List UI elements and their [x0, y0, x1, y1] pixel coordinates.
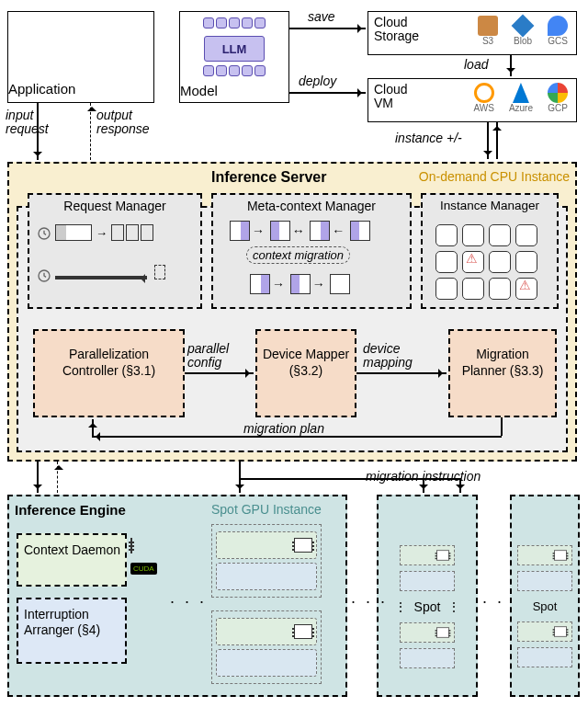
- migration-planner-label: Migration Planner (§3.3): [450, 346, 555, 379]
- spot-label-1: Spot: [414, 599, 441, 614]
- arrow-save: [289, 28, 366, 29]
- arrow-load: [510, 55, 512, 76]
- dots-internal: . . .: [170, 588, 207, 608]
- arrow-device-mapping: [356, 372, 447, 374]
- meta-context-manager-box: Meta-context Manager → ↔ ← context migra…: [211, 193, 412, 309]
- gpu-icon-1: [130, 539, 132, 553]
- cloud-vm-icons: AWS Azure GCP: [470, 83, 571, 113]
- warning-icon: [462, 251, 484, 273]
- parallelization-controller-label: Parallelization Controller (§3.1): [35, 346, 183, 379]
- app-icons: </>: [8, 21, 153, 35]
- arrow-output-response: [90, 103, 91, 160]
- gcs-icon: GCS: [548, 16, 568, 46]
- gpu-node-1: [211, 524, 322, 598]
- context-row-2: → →: [250, 274, 350, 294]
- interruption-arranger-box: Interruption Arranger (§4): [17, 598, 127, 664]
- request-manager-label: Request Manager: [29, 199, 200, 213]
- parallelization-controller-box: Parallelization Controller (§3.1): [33, 329, 185, 417]
- instance-grid: [428, 219, 545, 305]
- label-load: load: [464, 57, 488, 72]
- migration-planner-box: Migration Planner (§3.3): [448, 329, 557, 417]
- warning-icon: [515, 278, 537, 300]
- llm-top-dots: [180, 17, 288, 31]
- inference-engine-title: Inference Engine: [15, 502, 126, 518]
- llm-bot-dots: [180, 65, 288, 79]
- interruption-arranger-label: Interruption Arranger (§4): [24, 607, 125, 638]
- device-mapper-box: Device Mapper (§3.2): [255, 329, 356, 417]
- cloud-storage-box: CloudStorage S3 Blob GCS: [368, 11, 577, 55]
- arrow-migration-instr-v1: [423, 478, 424, 493]
- label-migration-plan: migration plan: [243, 421, 324, 436]
- ondemand-instance-label: On-demand CPU Instance: [419, 169, 570, 184]
- llm-block: LLM: [180, 36, 288, 62]
- s3-icon: S3: [478, 16, 498, 46]
- instance-manager-label: Instance Manager: [423, 199, 557, 212]
- label-deploy: deploy: [299, 74, 336, 88]
- instance-manager-box: Instance Manager: [421, 193, 559, 309]
- clock-icon-2: [37, 268, 51, 286]
- application-box: </> Application: [7, 11, 154, 103]
- meta-context-manager-label: Meta-context Manager: [213, 199, 410, 213]
- request-manager-box: Request Manager →: [28, 193, 202, 309]
- label-instance-pm: instance +/-: [395, 131, 462, 145]
- clock-icon-1: [37, 226, 51, 244]
- queue-row-2: [55, 265, 165, 282]
- model-box: LLM Model: [179, 11, 289, 103]
- arrow-migration-plan-v: [501, 417, 503, 436]
- model-label: Model: [180, 83, 218, 98]
- blob-icon: Blob: [513, 16, 533, 46]
- context-daemon-label: Context Daemon: [24, 542, 120, 558]
- inference-engine-spot-2: Spot: [510, 495, 580, 697]
- arrow-migration-plan-up: [92, 419, 94, 436]
- context-migration-label: context migration: [246, 246, 350, 264]
- inference-engine-spot-1: ⋮ Spot ⋮: [377, 495, 478, 697]
- gpu-node-2: [211, 610, 322, 684]
- label-save: save: [308, 9, 335, 24]
- cloud-storage-icons: S3 Blob GCS: [475, 16, 571, 46]
- context-row-1: → ↔ ←: [230, 221, 370, 241]
- label-device-mapping: device mapping: [363, 342, 436, 371]
- arrow-deploy: [289, 92, 366, 94]
- cloud-vm-label: CloudVM: [374, 83, 420, 111]
- arrow-server-engine-1: [37, 462, 39, 493]
- spot-gpu-label: Spot GPU Instance: [211, 502, 322, 517]
- queue-row-1: →: [55, 224, 153, 241]
- arrow-migration-plan-h: [92, 436, 502, 438]
- arrow-migration-instr-v2: [459, 478, 461, 493]
- cuda-icon: CUDA: [130, 563, 157, 575]
- label-output-response: output response: [96, 108, 161, 137]
- label-parallel-config: parallel config: [187, 342, 252, 371]
- arrow-parallel-config: [185, 372, 254, 374]
- inference-server-title: Inference Server: [211, 169, 326, 186]
- arrow-instance-pm-up: [496, 122, 498, 159]
- arrow-instance-pm-down: [487, 122, 489, 159]
- gcp-icon: GCP: [548, 83, 568, 113]
- arrow-migration-instr-h: [239, 478, 459, 480]
- dots-before-spots: . . .: [351, 588, 388, 608]
- device-mapper-label: Device Mapper (§3.2): [257, 346, 355, 379]
- cloud-storage-label: CloudStorage: [374, 16, 429, 44]
- spot-label-2: Spot: [533, 599, 558, 613]
- context-daemon-box: Context Daemon: [17, 533, 127, 587]
- azure-icon: Azure: [509, 83, 533, 113]
- cloud-vm-box: CloudVM AWS Azure GCP: [368, 78, 577, 122]
- application-label: Application: [8, 81, 75, 97]
- label-input-request: input request: [6, 108, 51, 137]
- arrow-server-engine-1b: [57, 462, 58, 493]
- aws-icon: AWS: [473, 83, 493, 113]
- arrow-server-engine-2: [239, 462, 241, 493]
